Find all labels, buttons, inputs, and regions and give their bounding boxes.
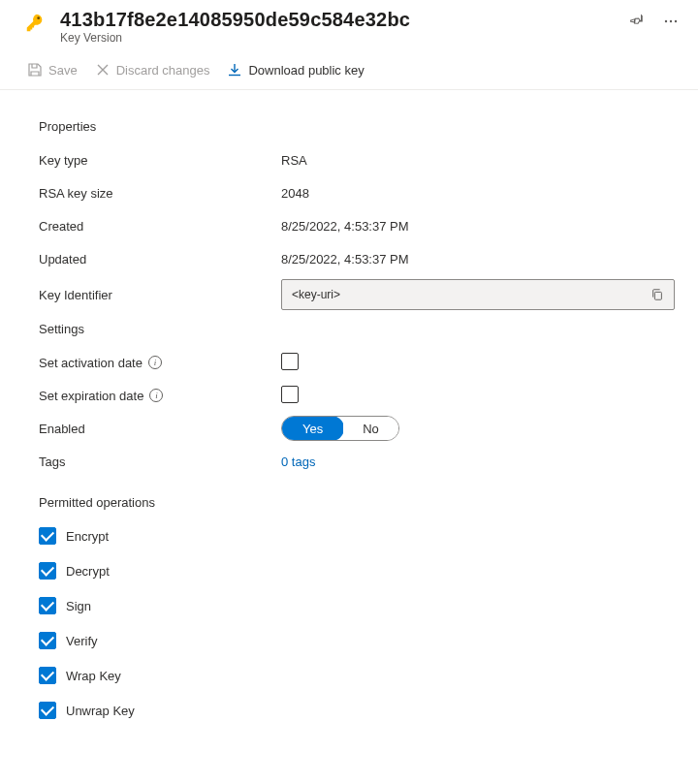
discard-button: Discard changes [89,58,216,81]
key-identifier-input[interactable] [282,282,641,307]
copy-icon [650,288,664,301]
permitted-operations-heading: Permitted operations [39,495,675,510]
set-expiration-checkbox[interactable] [281,386,299,403]
permitted-operation-item: Verify [39,624,675,659]
key-identifier-label: Key Identifier [39,288,281,302]
save-label: Save [48,63,78,78]
download-public-key-button[interactable]: Download public key [221,58,369,81]
key-identifier-field [281,279,675,310]
rsa-key-size-value: 2048 [281,186,675,201]
permitted-operation-checkbox[interactable] [39,667,56,684]
settings-heading: Settings [39,322,675,336]
permitted-operation-label: Encrypt [66,529,109,544]
svg-rect-4 [654,292,661,299]
key-icon [21,10,48,37]
permitted-operation-checkbox[interactable] [39,562,56,580]
created-value: 8/25/2022, 4:53:37 PM [281,219,675,234]
updated-label: Updated [39,252,281,267]
command-bar: Save Discard changes Download public key [0,50,698,90]
permitted-operation-checkbox[interactable] [39,632,56,649]
permitted-operation-label: Verify [66,634,98,648]
svg-point-3 [675,20,677,22]
set-expiration-label: Set expiration date [39,389,143,403]
permitted-operation-label: Decrypt [66,564,110,579]
key-type-label: Key type [39,153,281,168]
permitted-operation-item: Encrypt [39,519,675,554]
enabled-toggle: Yes No [281,416,399,441]
key-type-value: RSA [281,153,675,168]
download-label: Download public key [248,63,364,78]
permitted-operation-item: Sign [39,589,675,624]
permitted-operation-item: Decrypt [39,554,675,589]
permitted-operation-item: Unwrap Key [39,694,675,729]
permitted-operation-label: Wrap Key [66,669,121,683]
created-label: Created [39,219,281,234]
save-button: Save [21,58,83,81]
copy-button[interactable] [641,280,674,309]
properties-heading: Properties [39,119,675,134]
page-subtitle: Key Version [60,31,620,45]
page-header: 413b17f8e2e14085950de59c584e32bc Key Ver… [0,0,698,45]
more-icon[interactable] [661,12,681,31]
permitted-operation-item: Wrap Key [39,659,675,694]
tags-label: Tags [39,455,281,469]
svg-point-1 [665,20,667,22]
enabled-no-option[interactable]: No [343,417,398,440]
enabled-yes-option[interactable]: Yes [281,416,344,441]
updated-value: 8/25/2022, 4:53:37 PM [281,252,675,267]
info-icon[interactable]: i [148,356,162,369]
svg-point-0 [37,16,40,19]
pin-icon[interactable] [628,12,648,31]
permitted-operation-checkbox[interactable] [39,597,56,614]
discard-label: Discard changes [116,63,210,78]
tags-link[interactable]: 0 tags [281,455,315,469]
set-activation-checkbox[interactable] [281,353,299,370]
set-activation-label: Set activation date [39,356,143,370]
permitted-operation-label: Sign [66,599,91,613]
page-title: 413b17f8e2e14085950de59c584e32bc [60,8,620,31]
close-icon [95,62,111,78]
permitted-operation-label: Unwrap Key [66,704,135,718]
permitted-operation-checkbox[interactable] [39,527,56,545]
enabled-label: Enabled [39,422,281,436]
save-icon [27,62,43,78]
svg-point-2 [670,20,672,22]
download-icon [227,62,242,78]
permitted-operations-list: EncryptDecryptSignVerifyWrap KeyUnwrap K… [39,519,675,729]
permitted-operation-checkbox[interactable] [39,702,56,719]
info-icon[interactable]: i [149,389,163,402]
rsa-key-size-label: RSA key size [39,186,281,201]
